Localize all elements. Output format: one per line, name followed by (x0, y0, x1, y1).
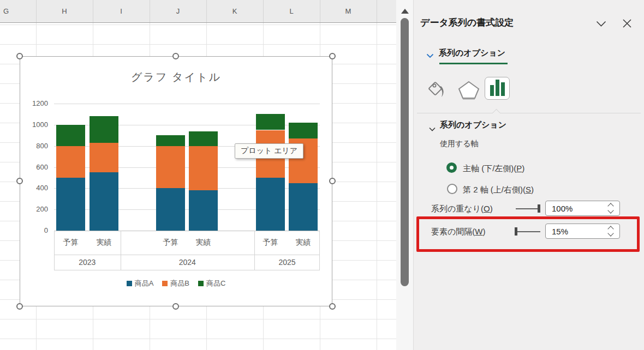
category-group-label: 2025 (265, 258, 309, 267)
bar-segment[interactable] (189, 146, 218, 191)
category-sub-label: 予算 (254, 238, 287, 248)
scroll-up-icon[interactable] (401, 9, 409, 14)
category-group-label: 2024 (165, 258, 209, 267)
radio-secondary-axis[interactable] (447, 184, 457, 194)
bar-segment[interactable] (90, 143, 118, 172)
series-overlap-slider[interactable] (516, 208, 540, 209)
tab-series-options[interactable]: 系列のオプション (439, 48, 505, 58)
y-axis-tick-label: 1000 (20, 120, 48, 129)
y-axis-tick-label: 400 (20, 184, 48, 192)
category-axis-separator (254, 231, 255, 270)
pane-title: データ系列の書式設定 (420, 16, 514, 29)
format-data-series-pane: データ系列の書式設定 系列のオプション (414, 0, 644, 350)
pane-close-button[interactable] (623, 19, 631, 30)
column-header-G[interactable]: G (0, 0, 17, 23)
chart-title[interactable]: グラフ タイトル (20, 70, 332, 85)
y-axis-tick-label: 0 (20, 226, 48, 235)
selection-handle[interactable] (329, 303, 336, 310)
divider (417, 113, 641, 113)
legend-item[interactable]: 商品A (127, 279, 154, 288)
legend-label: 商品C (206, 279, 225, 288)
bar-segment[interactable] (256, 178, 285, 231)
selection-handle[interactable] (16, 53, 23, 59)
bar-segment[interactable] (90, 116, 118, 143)
chart-legend: 商品A商品B商品C (20, 279, 332, 288)
legend-item[interactable]: 商品C (198, 279, 225, 288)
radio-secondary-axis-label[interactable]: 第 2 軸 (上/右側)(S) (463, 185, 534, 195)
column-header-J[interactable]: J (167, 0, 189, 23)
column-header-L[interactable]: L (281, 0, 302, 23)
legend-swatch-icon (127, 281, 132, 286)
selection-handle[interactable] (172, 53, 179, 59)
bar-segment[interactable] (189, 131, 218, 146)
chevron-down-icon[interactable] (429, 124, 436, 134)
plot-area-tooltip: プロット エリア (235, 143, 303, 159)
x-axis-line (54, 231, 320, 231)
section-series-options[interactable]: 系列のオプション (440, 120, 506, 130)
column-header-I[interactable]: I (110, 0, 132, 23)
bar-segment[interactable] (289, 183, 318, 231)
category-axis-border (54, 270, 320, 270)
bar-segment[interactable] (256, 114, 285, 130)
bar-segment[interactable] (156, 135, 185, 146)
chevron-down-icon (426, 51, 434, 61)
bar-segment[interactable] (156, 146, 185, 189)
selection-handle[interactable] (172, 303, 179, 310)
effects-tab[interactable] (457, 80, 481, 103)
bar-segment[interactable] (56, 178, 85, 231)
chart-gridline (54, 104, 320, 104)
chevron-down-icon (596, 20, 606, 29)
legend-swatch-icon (198, 281, 204, 286)
close-icon (623, 20, 631, 29)
bar-segment[interactable] (189, 190, 218, 231)
category-axis-divider (54, 255, 320, 255)
category-sub-label: 実績 (88, 238, 121, 248)
y-axis-tick-label: 1200 (20, 99, 48, 108)
series-overlap-spinner[interactable] (606, 202, 617, 216)
bar-segment[interactable] (156, 188, 185, 231)
y-axis-tick-label: 600 (20, 163, 48, 172)
selection-handle[interactable] (16, 178, 23, 184)
column-header-H[interactable]: H (53, 0, 75, 23)
selection-handle[interactable] (329, 53, 336, 59)
category-sub-label: 実績 (287, 238, 320, 248)
category-sub-label: 予算 (154, 238, 187, 248)
chart-object[interactable]: グラフ タイトル 020040060080010001200予算実績予算実績予算… (20, 56, 332, 306)
legend-label: 商品B (170, 279, 189, 288)
y-axis-tick-label: 200 (20, 205, 48, 214)
radio-primary-axis[interactable] (446, 162, 457, 173)
column-header-M[interactable]: M (337, 0, 359, 23)
bar-segment[interactable] (289, 123, 318, 138)
column-headers[interactable]: GHIJKLM (0, 0, 396, 23)
legend-label: 商品A (135, 279, 154, 288)
selection-handle[interactable] (329, 178, 336, 184)
legend-item[interactable]: 商品B (162, 279, 189, 288)
series-overlap-slider-thumb[interactable] (538, 204, 540, 213)
active-tab-underline (439, 63, 508, 64)
pane-collapse-button[interactable] (596, 20, 606, 29)
bar-segment[interactable] (56, 146, 85, 178)
column-header-K[interactable]: K (224, 0, 246, 23)
red-highlight-box (416, 216, 640, 252)
category-sub-label: 予算 (55, 238, 87, 248)
series-options-tab[interactable] (485, 77, 510, 100)
vertical-scrollbar[interactable] (396, 0, 414, 350)
plot-series-on-label: 使用する軸 (440, 139, 479, 149)
category-sub-label: 実績 (187, 238, 220, 248)
bar-segment[interactable] (90, 172, 118, 231)
y-axis-tick-label: 800 (20, 142, 48, 150)
fill-line-tab[interactable] (426, 79, 449, 102)
radio-primary-axis-label[interactable]: 主軸 (下/左側)(P) (463, 164, 524, 174)
category-axis-separator (121, 231, 121, 270)
bar-chart-icon (490, 80, 505, 96)
spinner-down-icon[interactable] (607, 207, 613, 213)
category-axis-separator (54, 231, 55, 270)
scrollbar-thumb[interactable] (401, 18, 409, 286)
bar-segment[interactable] (56, 125, 85, 146)
category-group-label: 2023 (65, 258, 109, 267)
selection-handle[interactable] (16, 303, 23, 310)
series-overlap-label: 系列の重なり(O) (431, 204, 493, 214)
selected-tab-notch (492, 109, 501, 118)
category-axis-separator (319, 231, 320, 270)
pentagon-icon (457, 93, 481, 102)
